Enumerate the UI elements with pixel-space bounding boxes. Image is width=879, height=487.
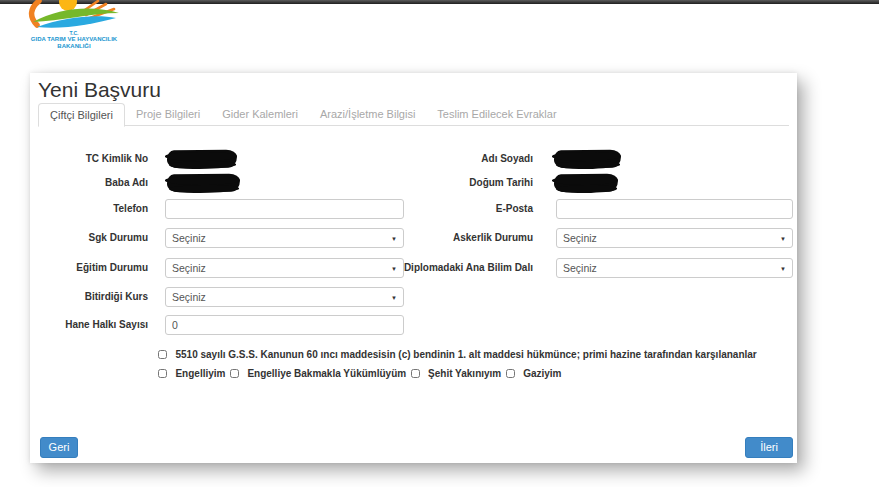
bitirdigi-kurs-selected: Seçiniz <box>172 291 206 303</box>
baba-adi-redacted-value <box>167 174 240 193</box>
checkbox-engelliyim-box[interactable] <box>158 369 167 378</box>
askerlik-durumu-select[interactable]: Seçiniz ▼ <box>556 228 793 248</box>
next-button[interactable]: İleri <box>745 437 793 458</box>
tab-proje-bilgileri[interactable]: Proje Bilgileri <box>125 103 211 126</box>
checkbox-engelliyim[interactable]: Engelliyim <box>158 363 230 380</box>
checkbox-gaziyim-label: Gaziyim <box>523 368 561 379</box>
select-caret-icon: ▼ <box>391 294 397 302</box>
tab-teslim-edilecek-evraklar[interactable]: Teslim Edilecek Evraklar <box>426 103 567 126</box>
ministry-logo: T.C. GIDA TARIM VE HAYVANCILIK BAKANLIĞI <box>22 0 126 50</box>
adi-soyadi-redacted-value <box>554 150 621 169</box>
select-caret-icon: ▼ <box>780 235 786 243</box>
checkbox-sehit-yakiniyim-label: Şehit Yakınıyım <box>428 368 501 379</box>
checkbox-5510-gss[interactable]: 5510 sayılı G.S.S. Kanunun 60 ıncı madde… <box>158 344 757 361</box>
checkbox-engelliye-bakmakla-label: Engelliye Bakmakla Yükümlüyüm <box>247 368 406 379</box>
askerlik-durumu-label: Askerlik Durumu <box>360 228 533 248</box>
checkbox-group: 5510 sayılı G.S.S. Kanunun 60 ıncı madde… <box>158 344 797 381</box>
diploma-ana-bilim-dali-select[interactable]: Seçiniz ▼ <box>556 258 793 278</box>
logo-text-bakanligi: BAKANLIĞI <box>22 43 126 50</box>
eposta-input[interactable] <box>556 199 793 219</box>
checkbox-5510-gss-box[interactable] <box>158 350 167 359</box>
checkbox-sehit-yakiniyim[interactable]: Şehit Yakınıyım <box>411 363 506 380</box>
hane-halki-sayisi-label: Hane Halkı Sayısı <box>40 315 148 335</box>
form-tabs: Çiftçi Bilgileri Proje Bilgileri Gider K… <box>38 103 789 126</box>
tc-kimlik-label: TC Kimlik No <box>40 149 148 169</box>
ministry-emblem-icon <box>22 0 126 30</box>
eposta-label: E-Posta <box>360 199 533 219</box>
diploma-ana-bilim-dali-label: Diplomadaki Ana Bilim Dalı <box>360 258 533 278</box>
checkbox-gaziyim[interactable]: Gaziyim <box>506 363 562 380</box>
dogum-tarihi-redacted-value <box>554 174 618 193</box>
page-title: Yeni Başvuru <box>38 78 161 102</box>
application-form-card: Yeni Başvuru Çiftçi Bilgileri Proje Bilg… <box>30 73 797 463</box>
hane-halki-sayisi-input[interactable] <box>165 315 404 335</box>
checkbox-engelliyim-label: Engelliyim <box>175 368 225 379</box>
bitirdigi-kurs-label: Bitirdiği Kurs <box>40 287 148 307</box>
tc-kimlik-redacted-value <box>167 150 237 169</box>
logo-text-ministry: GIDA TARIM VE HAYVANCILIK <box>22 36 126 43</box>
checkbox-5510-gss-label: 5510 sayılı G.S.S. Kanunun 60 ıncı madde… <box>175 349 756 360</box>
top-dark-bar <box>0 0 879 4</box>
askerlik-durumu-selected: Seçiniz <box>563 232 597 244</box>
tab-ciftci-bilgileri[interactable]: Çiftçi Bilgileri <box>38 103 125 127</box>
checkbox-gaziyim-box[interactable] <box>506 369 515 378</box>
tab-gider-kalemleri[interactable]: Gider Kalemleri <box>211 103 309 126</box>
dogum-tarihi-label: Doğum Tarihi <box>360 173 533 193</box>
telefon-label: Telefon <box>40 199 148 219</box>
bitirdigi-kurs-select[interactable]: Seçiniz ▼ <box>165 287 404 307</box>
adi-soyadi-label: Adı Soyadı <box>360 149 533 169</box>
select-caret-icon: ▼ <box>780 265 786 273</box>
baba-adi-label: Baba Adı <box>40 173 148 193</box>
checkbox-engelliye-bakmakla-box[interactable] <box>230 369 239 378</box>
egitim-durumu-label: Eğitim Durumu <box>40 258 148 278</box>
sgk-durumu-label: Sgk Durumu <box>40 228 148 248</box>
tab-arazi-isletme-bilgisi[interactable]: Arazi/İşletme Bilgisi <box>309 103 426 126</box>
sgk-durumu-selected: Seçiniz <box>172 232 206 244</box>
diploma-ana-bilim-dali-selected: Seçiniz <box>563 262 597 274</box>
egitim-durumu-selected: Seçiniz <box>172 262 206 274</box>
checkbox-sehit-yakiniyim-box[interactable] <box>411 369 420 378</box>
back-button[interactable]: Geri <box>40 437 78 458</box>
checkbox-engelliye-bakmakla[interactable]: Engelliye Bakmakla Yükümlüyüm <box>230 363 411 380</box>
